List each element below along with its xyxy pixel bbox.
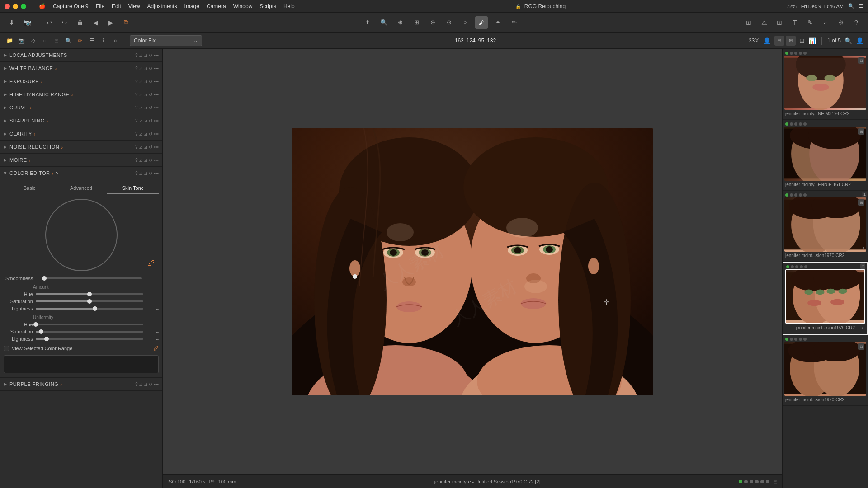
delete-button[interactable]: 🗑 bbox=[74, 16, 86, 29]
zoom-tool[interactable]: 🔍 bbox=[377, 16, 390, 29]
view-range-checkbox[interactable] bbox=[4, 346, 9, 351]
more-icon[interactable]: ••• bbox=[154, 171, 159, 176]
forward-button[interactable]: ▶ bbox=[104, 16, 117, 29]
alert-button[interactable]: ⚠ bbox=[758, 16, 770, 29]
copy-icon[interactable]: ⊿ bbox=[139, 158, 142, 163]
more-icon[interactable]: ••• bbox=[154, 158, 159, 163]
straighten-tool[interactable]: ⊘ bbox=[443, 16, 455, 29]
u-hue-slider[interactable] bbox=[36, 324, 143, 325]
crop-tool[interactable]: ⊞ bbox=[410, 16, 423, 29]
paste-icon[interactable]: ⊿ bbox=[144, 66, 147, 71]
paste-icon[interactable]: ⊿ bbox=[144, 145, 147, 150]
reset-icon[interactable]: ↺ bbox=[149, 131, 152, 136]
thumbnail-3[interactable]: 1 ⊟ › jennifer mcint. bbox=[783, 191, 868, 262]
lightness-slider[interactable] bbox=[36, 308, 143, 310]
help-icon[interactable]: ? bbox=[135, 145, 138, 150]
capture-button[interactable]: 📷 bbox=[21, 16, 33, 29]
reset-icon[interactable]: ↺ bbox=[149, 382, 152, 387]
copy-icon[interactable]: ⊿ bbox=[139, 131, 142, 136]
paste-icon[interactable]: ⊿ bbox=[144, 92, 147, 97]
reset-icon[interactable]: ↺ bbox=[149, 158, 152, 163]
tab-skin-tone[interactable]: Skin Tone bbox=[107, 183, 159, 194]
cursor-tool[interactable]: ⬆ bbox=[361, 16, 374, 29]
help-icon[interactable]: ? bbox=[135, 382, 138, 387]
paste-icon[interactable]: ⊿ bbox=[144, 79, 147, 84]
u-lightness-slider[interactable] bbox=[36, 338, 143, 340]
reset-icon[interactable]: ↺ bbox=[149, 105, 152, 110]
help-icon[interactable]: ? bbox=[135, 171, 138, 176]
compare-icon[interactable]: ⊟ bbox=[799, 37, 805, 44]
apple-menu[interactable]: 🍎 bbox=[39, 3, 46, 9]
moire-header[interactable]: ▶ MOIRE ♪ ? ⊿ ⊿ ↺ ••• bbox=[0, 154, 162, 166]
copy-icon[interactable]: ⊿ bbox=[139, 118, 142, 123]
more-icon[interactable]: ••• bbox=[154, 382, 159, 387]
copy-icon[interactable]: ⊿ bbox=[139, 382, 142, 387]
copy-button[interactable]: ⧉ bbox=[120, 16, 132, 29]
app-menu[interactable]: Capture One 9 bbox=[53, 3, 89, 9]
edit-menu[interactable]: Edit bbox=[112, 3, 121, 9]
brush-icon2[interactable]: ✏ bbox=[75, 36, 85, 46]
import-button[interactable]: ⬇ bbox=[5, 16, 18, 29]
hue-slider[interactable] bbox=[36, 293, 143, 295]
help-menu[interactable]: Help bbox=[283, 3, 295, 9]
thumbnail-5[interactable]: ⊟ jennifer mcint...sion1970.CR2 bbox=[783, 335, 868, 406]
reset-icon[interactable]: ↺ bbox=[149, 79, 152, 84]
purple-fringing-header[interactable]: ▶ PURPLE FRINGING ♪ ? ⊿ ⊿ ↺ ••• bbox=[0, 378, 162, 390]
heal-tool[interactable]: ✦ bbox=[491, 16, 504, 29]
pen2-button[interactable]: ✎ bbox=[804, 16, 816, 29]
camera-menu[interactable]: Camera bbox=[207, 3, 226, 9]
clarity-header[interactable]: ▶ CLARITY ♪ ? ⊿ ⊿ ↺ ••• bbox=[0, 127, 162, 140]
u-saturation-slider[interactable] bbox=[36, 331, 143, 333]
help-icon[interactable]: ? bbox=[135, 118, 138, 123]
window-controls[interactable] bbox=[5, 4, 26, 9]
users-icon[interactable]: 👤 bbox=[856, 37, 863, 44]
preset-selector[interactable]: Color Fix ⌄ bbox=[130, 35, 202, 46]
image-viewport[interactable]: 人人素材 人人素材 ✛ bbox=[163, 49, 782, 474]
reset-icon[interactable]: ↺ bbox=[149, 92, 152, 97]
more-icon[interactable]: ••• bbox=[154, 131, 159, 136]
help-button[interactable]: ? bbox=[850, 16, 863, 29]
settings-button[interactable]: ⚙ bbox=[835, 16, 847, 29]
maximize-button[interactable] bbox=[21, 4, 26, 9]
reset-icon[interactable]: ↺ bbox=[149, 118, 152, 123]
more-icon[interactable]: ••• bbox=[154, 66, 159, 71]
transform-tool[interactable]: ⊗ bbox=[426, 16, 439, 29]
paste-icon[interactable]: ⊿ bbox=[144, 118, 147, 123]
list-icon[interactable]: ☰ bbox=[87, 36, 97, 46]
camera-icon2[interactable]: 📷 bbox=[16, 36, 26, 46]
folder-icon[interactable]: 📁 bbox=[5, 36, 14, 46]
reset-icon[interactable]: ↺ bbox=[149, 171, 152, 176]
curve-header[interactable]: ▶ CURVE ♪ ? ⊿ ⊿ ↺ ••• bbox=[0, 101, 162, 114]
color-picker-icon[interactable]: 🖊 bbox=[148, 259, 155, 267]
more-icon[interactable]: ••• bbox=[154, 53, 159, 58]
expand-filmstrip-icon[interactable]: ⊟ bbox=[773, 479, 778, 485]
help-icon[interactable]: ? bbox=[135, 79, 138, 84]
paste-icon[interactable]: ⊿ bbox=[144, 158, 147, 163]
fit-button[interactable]: ⊞ bbox=[786, 36, 796, 46]
scripts-menu[interactable]: Scripts bbox=[259, 3, 276, 9]
expand-icon[interactable]: » bbox=[110, 36, 120, 46]
zoom-slider[interactable]: ⊟ bbox=[774, 36, 784, 46]
noise-reduction-header[interactable]: ▶ NOISE REDUCTION ♪ ? ⊿ ⊿ ↺ ••• bbox=[0, 141, 162, 153]
exposure-header[interactable]: ▶ EXPOSURE ♪ ? ⊿ ⊿ ↺ ••• bbox=[0, 75, 162, 88]
thumbnail-4[interactable]: 2 bbox=[783, 262, 868, 335]
help-icon[interactable]: ? bbox=[135, 92, 138, 97]
copy-icon[interactable]: ⊿ bbox=[139, 145, 142, 150]
circle-tool[interactable]: ○ bbox=[459, 16, 472, 29]
crop-icon2[interactable]: ⊟ bbox=[52, 36, 61, 46]
minimize-button[interactable] bbox=[13, 4, 18, 9]
help-icon[interactable]: ? bbox=[135, 158, 138, 163]
search-icon3[interactable]: 🔍 bbox=[844, 37, 852, 44]
hdr-header[interactable]: ▶ HIGH DYNAMIC RANGE ♪ ? ⊿ ⊿ ↺ ••• bbox=[0, 88, 162, 101]
paste-icon[interactable]: ⊿ bbox=[144, 131, 147, 136]
text-button[interactable]: T bbox=[788, 16, 801, 29]
histogram-icon[interactable]: 📊 bbox=[808, 37, 816, 44]
viewer-button[interactable]: ⊞ bbox=[742, 16, 755, 29]
window-menu[interactable]: Window bbox=[233, 3, 253, 9]
more-icon[interactable]: ••• bbox=[154, 118, 159, 123]
copy-icon[interactable]: ⊿ bbox=[139, 171, 142, 176]
thumb-3-arrow[interactable]: › bbox=[863, 245, 864, 250]
color-editor-header[interactable]: ▶ COLOR EDITOR ♪ > ? ⊿ ⊿ ↺ ••• bbox=[0, 167, 162, 179]
brush2-button[interactable]: ⌐ bbox=[819, 16, 832, 29]
mac-menu-bar[interactable]: 🍎 Capture One 9 File Edit View Adjustmen… bbox=[39, 3, 295, 9]
